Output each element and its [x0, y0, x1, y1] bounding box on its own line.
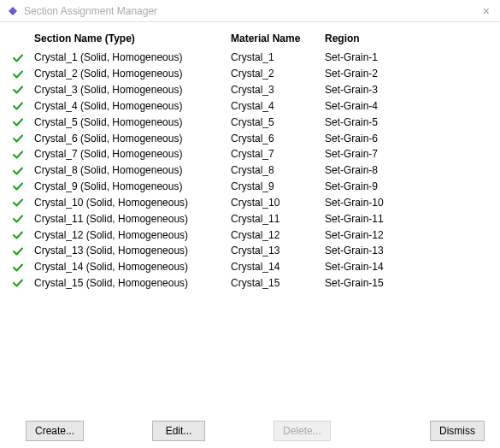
cell-section-name: Crystal_13 (Solid, Homogeneous)	[29, 243, 226, 259]
check-icon	[7, 97, 29, 114]
check-icon	[7, 82, 29, 98]
cell-section-name: Crystal_3 (Solid, Homogeneous)	[29, 82, 226, 98]
cell-material: Crystal_11	[226, 210, 320, 227]
check-icon	[7, 210, 29, 227]
check-icon	[7, 194, 29, 210]
cell-region: Set-Grain-11	[320, 210, 485, 227]
header-region[interactable]: Region	[320, 29, 485, 50]
cell-material: Crystal_1	[226, 50, 320, 66]
cell-material: Crystal_10	[226, 194, 320, 210]
table-row[interactable]: Crystal_14 (Solid, Homogeneous)Crystal_1…	[7, 259, 485, 275]
cell-material: Crystal_12	[226, 227, 320, 243]
cell-section-name: Crystal_11 (Solid, Homogeneous)	[29, 210, 226, 227]
window-title: Section Assignment Manager	[24, 5, 479, 17]
cell-material: Crystal_6	[226, 130, 320, 146]
cell-region: Set-Grain-8	[320, 162, 485, 179]
table-row[interactable]: Crystal_13 (Solid, Homogeneous)Crystal_1…	[7, 243, 485, 259]
cell-material: Crystal_8	[226, 162, 320, 179]
cell-region: Set-Grain-14	[320, 259, 485, 275]
header-section-name[interactable]: Section Name (Type)	[29, 29, 226, 50]
create-button[interactable]: Create...	[26, 421, 84, 441]
check-icon	[7, 275, 29, 292]
cell-region: Set-Grain-4	[320, 97, 485, 114]
table-row[interactable]: Crystal_4 (Solid, Homogeneous)Crystal_4S…	[7, 97, 485, 114]
cell-region: Set-Grain-1	[320, 50, 485, 66]
table-row[interactable]: Crystal_7 (Solid, Homogeneous)Crystal_7S…	[7, 146, 485, 162]
cell-region: Set-Grain-6	[320, 130, 485, 146]
svg-marker-0	[9, 7, 17, 15]
table-row[interactable]: Crystal_11 (Solid, Homogeneous)Crystal_1…	[7, 210, 485, 227]
cell-section-name: Crystal_6 (Solid, Homogeneous)	[29, 130, 226, 146]
table-row[interactable]: Crystal_10 (Solid, Homogeneous)Crystal_1…	[7, 194, 485, 210]
button-bar: Create... Edit... Delete... Dismiss	[0, 412, 500, 448]
cell-region: Set-Grain-10	[320, 194, 485, 210]
cell-section-name: Crystal_15 (Solid, Homogeneous)	[29, 275, 226, 292]
cell-material: Crystal_9	[226, 179, 320, 195]
cell-region: Set-Grain-7	[320, 146, 485, 162]
cell-section-name: Crystal_7 (Solid, Homogeneous)	[29, 146, 226, 162]
cell-material: Crystal_5	[226, 114, 320, 130]
check-icon	[7, 66, 29, 82]
cell-section-name: Crystal_10 (Solid, Homogeneous)	[29, 194, 226, 210]
delete-button: Delete...	[274, 421, 331, 441]
close-icon[interactable]: ×	[479, 4, 493, 18]
table-row[interactable]: Crystal_5 (Solid, Homogeneous)Crystal_5S…	[7, 114, 485, 130]
edit-button[interactable]: Edit...	[152, 421, 205, 441]
header-status[interactable]	[7, 29, 29, 50]
cell-section-name: Crystal_4 (Solid, Homogeneous)	[29, 97, 226, 114]
table-row[interactable]: Crystal_15 (Solid, Homogeneous)Crystal_1…	[7, 275, 485, 292]
cell-material: Crystal_4	[226, 97, 320, 114]
cell-region: Set-Grain-5	[320, 114, 485, 130]
cell-material: Crystal_13	[226, 243, 320, 259]
cell-section-name: Crystal_1 (Solid, Homogeneous)	[29, 50, 226, 66]
table-row[interactable]: Crystal_12 (Solid, Homogeneous)Crystal_1…	[7, 227, 485, 243]
table-row[interactable]: Crystal_9 (Solid, Homogeneous)Crystal_9S…	[7, 179, 485, 195]
cell-material: Crystal_15	[226, 275, 320, 292]
content: Section Name (Type) Material Name Region…	[0, 22, 500, 412]
table-row[interactable]: Crystal_8 (Solid, Homogeneous)Crystal_8S…	[7, 162, 485, 179]
check-icon	[7, 146, 29, 162]
table-row[interactable]: Crystal_6 (Solid, Homogeneous)Crystal_6S…	[7, 130, 485, 146]
cell-section-name: Crystal_14 (Solid, Homogeneous)	[29, 259, 226, 275]
check-icon	[7, 50, 29, 66]
check-icon	[7, 130, 29, 146]
cell-material: Crystal_14	[226, 259, 320, 275]
check-icon	[7, 227, 29, 243]
dismiss-button[interactable]: Dismiss	[430, 421, 485, 441]
cell-material: Crystal_7	[226, 146, 320, 162]
cell-section-name: Crystal_5 (Solid, Homogeneous)	[29, 114, 226, 130]
table-wrapper: Section Name (Type) Material Name Region…	[7, 29, 485, 412]
check-icon	[7, 243, 29, 259]
table-row[interactable]: Crystal_3 (Solid, Homogeneous)Crystal_3S…	[7, 82, 485, 98]
table-row[interactable]: Crystal_1 (Solid, Homogeneous)Crystal_1S…	[7, 50, 485, 66]
cell-region: Set-Grain-13	[320, 243, 485, 259]
cell-region: Set-Grain-9	[320, 179, 485, 195]
app-icon	[7, 5, 19, 17]
check-icon	[7, 259, 29, 275]
check-icon	[7, 162, 29, 179]
cell-section-name: Crystal_2 (Solid, Homogeneous)	[29, 66, 226, 82]
cell-region: Set-Grain-12	[320, 227, 485, 243]
check-icon	[7, 179, 29, 195]
cell-region: Set-Grain-15	[320, 275, 485, 292]
cell-section-name: Crystal_9 (Solid, Homogeneous)	[29, 179, 226, 195]
check-icon	[7, 114, 29, 130]
cell-material: Crystal_2	[226, 66, 320, 82]
cell-region: Set-Grain-3	[320, 82, 485, 98]
cell-section-name: Crystal_8 (Solid, Homogeneous)	[29, 162, 226, 179]
cell-region: Set-Grain-2	[320, 66, 485, 82]
header-material[interactable]: Material Name	[226, 29, 320, 50]
section-table: Section Name (Type) Material Name Region…	[7, 29, 485, 291]
table-row[interactable]: Crystal_2 (Solid, Homogeneous)Crystal_2S…	[7, 66, 485, 82]
cell-section-name: Crystal_12 (Solid, Homogeneous)	[29, 227, 226, 243]
cell-material: Crystal_3	[226, 82, 320, 98]
titlebar: Section Assignment Manager ×	[0, 0, 500, 22]
